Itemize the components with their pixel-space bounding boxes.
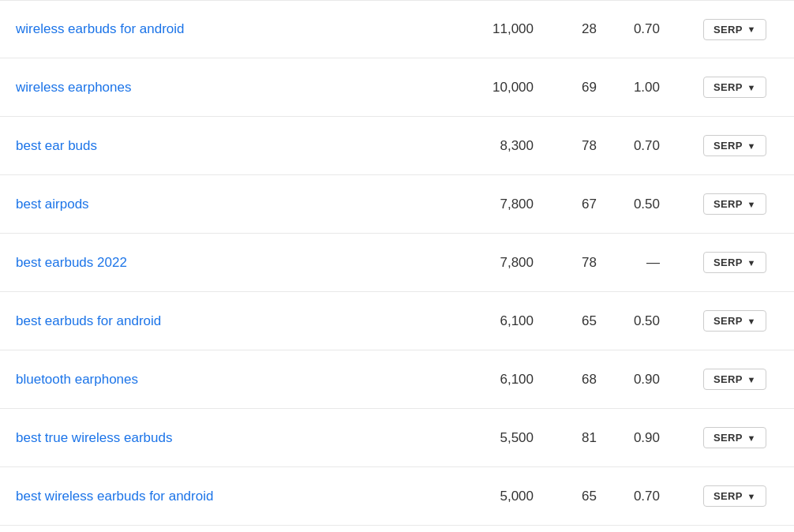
chevron-down-icon: ▼ bbox=[747, 492, 756, 501]
keyword-cell: best wireless earbuds for android bbox=[16, 489, 470, 504]
serp-label: SERP bbox=[713, 198, 743, 210]
serp-button[interactable]: SERP ▼ bbox=[703, 77, 766, 98]
keyword-link[interactable]: wireless earphones bbox=[16, 80, 131, 95]
keyword-link[interactable]: best airpods bbox=[16, 197, 89, 212]
table-row: wireless earbuds for android 11,000 28 0… bbox=[0, 0, 794, 58]
serp-button[interactable]: SERP ▼ bbox=[703, 19, 766, 40]
cpc-value: 0.50 bbox=[634, 197, 660, 212]
serp-button[interactable]: SERP ▼ bbox=[703, 193, 766, 215]
volume-cell: 5,500 bbox=[470, 430, 565, 446]
difficulty-value: 28 bbox=[582, 21, 597, 36]
keyword-cell: best earbuds 2022 bbox=[16, 255, 470, 271]
keyword-cell: best ear buds bbox=[16, 138, 470, 154]
cpc-value: 0.90 bbox=[634, 430, 660, 445]
table-row: best wireless earbuds for android 5,000 … bbox=[0, 467, 794, 526]
serp-button[interactable]: SERP ▼ bbox=[703, 369, 766, 390]
cpc-cell: 0.90 bbox=[628, 372, 691, 388]
table-row: wireless earphones 10,000 69 1.00 SERP ▼ bbox=[0, 58, 794, 117]
serp-cell: SERP ▼ bbox=[691, 193, 778, 215]
volume-cell: 6,100 bbox=[470, 372, 565, 388]
serp-button[interactable]: SERP ▼ bbox=[703, 252, 766, 273]
difficulty-cell: 65 bbox=[565, 313, 628, 329]
serp-label: SERP bbox=[713, 490, 743, 502]
volume-value: 11,000 bbox=[493, 21, 534, 36]
serp-button[interactable]: SERP ▼ bbox=[703, 310, 766, 332]
cpc-cell: 0.90 bbox=[628, 430, 691, 446]
cpc-value: 0.50 bbox=[634, 313, 660, 328]
difficulty-cell: 67 bbox=[565, 197, 628, 212]
difficulty-cell: 69 bbox=[565, 80, 628, 96]
keyword-link[interactable]: wireless earbuds for android bbox=[16, 21, 185, 36]
serp-cell: SERP ▼ bbox=[691, 252, 778, 273]
difficulty-value: 81 bbox=[582, 430, 597, 445]
difficulty-value: 78 bbox=[582, 138, 597, 153]
serp-cell: SERP ▼ bbox=[691, 485, 778, 507]
keyword-link[interactable]: best ear buds bbox=[16, 138, 97, 153]
serp-button[interactable]: SERP ▼ bbox=[703, 135, 766, 156]
keyword-cell: wireless earphones bbox=[16, 80, 470, 96]
difficulty-cell: 78 bbox=[565, 138, 628, 154]
keyword-cell: wireless earbuds for android bbox=[16, 21, 470, 37]
serp-button[interactable]: SERP ▼ bbox=[703, 427, 766, 448]
serp-label: SERP bbox=[713, 24, 743, 36]
keyword-link[interactable]: best true wireless earbuds bbox=[16, 430, 172, 445]
table-row: best earbuds for android 6,100 65 0.50 S… bbox=[0, 292, 794, 350]
cpc-cell: 0.70 bbox=[628, 138, 691, 154]
chevron-down-icon: ▼ bbox=[747, 141, 756, 151]
chevron-down-icon: ▼ bbox=[747, 83, 756, 92]
chevron-down-icon: ▼ bbox=[747, 317, 756, 326]
difficulty-cell: 65 bbox=[565, 489, 628, 504]
table-row: bluetooth earphones 6,100 68 0.90 SERP ▼ bbox=[0, 350, 794, 409]
cpc-cell: 0.50 bbox=[628, 197, 691, 212]
difficulty-value: 67 bbox=[582, 197, 597, 212]
volume-value: 5,500 bbox=[500, 430, 534, 445]
table-row: best earbuds 2022 7,800 78 — SERP ▼ bbox=[0, 234, 794, 292]
cpc-cell: 0.70 bbox=[628, 489, 691, 504]
volume-cell: 6,100 bbox=[470, 313, 565, 329]
difficulty-cell: 28 bbox=[565, 21, 628, 37]
serp-cell: SERP ▼ bbox=[691, 427, 778, 448]
volume-value: 6,100 bbox=[500, 313, 534, 328]
serp-label: SERP bbox=[713, 81, 743, 93]
volume-value: 6,100 bbox=[500, 372, 534, 387]
keyword-cell: best earbuds for android bbox=[16, 313, 470, 329]
serp-label: SERP bbox=[713, 432, 743, 444]
chevron-down-icon: ▼ bbox=[747, 258, 756, 268]
serp-cell: SERP ▼ bbox=[691, 135, 778, 156]
difficulty-value: 78 bbox=[582, 255, 597, 270]
keyword-table: wireless earbuds for android 11,000 28 0… bbox=[0, 0, 794, 526]
serp-label: SERP bbox=[713, 373, 743, 385]
cpc-cell: 0.50 bbox=[628, 313, 691, 329]
serp-label: SERP bbox=[713, 257, 743, 268]
difficulty-cell: 81 bbox=[565, 430, 628, 446]
serp-cell: SERP ▼ bbox=[691, 310, 778, 332]
chevron-down-icon: ▼ bbox=[747, 24, 756, 34]
chevron-down-icon: ▼ bbox=[747, 375, 756, 384]
cpc-cell: 1.00 bbox=[628, 80, 691, 96]
volume-cell: 10,000 bbox=[470, 80, 565, 96]
volume-value: 7,800 bbox=[500, 255, 534, 270]
serp-button[interactable]: SERP ▼ bbox=[703, 485, 766, 507]
chevron-down-icon: ▼ bbox=[747, 433, 756, 443]
cpc-value: 0.70 bbox=[634, 489, 660, 504]
serp-label: SERP bbox=[713, 140, 743, 152]
keyword-link[interactable]: bluetooth earphones bbox=[16, 372, 138, 387]
table-row: best true wireless earbuds 5,500 81 0.90… bbox=[0, 409, 794, 467]
difficulty-cell: 68 bbox=[565, 372, 628, 388]
keyword-link[interactable]: best wireless earbuds for android bbox=[16, 489, 213, 504]
keyword-cell: bluetooth earphones bbox=[16, 372, 470, 388]
volume-value: 7,800 bbox=[500, 197, 534, 212]
volume-cell: 5,000 bbox=[470, 489, 565, 504]
difficulty-cell: 78 bbox=[565, 255, 628, 271]
keyword-link[interactable]: best earbuds 2022 bbox=[16, 255, 127, 270]
cpc-cell: 0.70 bbox=[628, 21, 691, 37]
difficulty-value: 65 bbox=[582, 489, 597, 504]
keyword-link[interactable]: best earbuds for android bbox=[16, 313, 161, 328]
volume-cell: 7,800 bbox=[470, 255, 565, 271]
cpc-value: 0.90 bbox=[634, 372, 660, 387]
serp-label: SERP bbox=[713, 315, 743, 327]
table-row: best airpods 7,800 67 0.50 SERP ▼ bbox=[0, 175, 794, 234]
cpc-value: 0.70 bbox=[634, 138, 660, 153]
volume-cell: 11,000 bbox=[470, 21, 565, 37]
volume-value: 10,000 bbox=[493, 80, 534, 95]
